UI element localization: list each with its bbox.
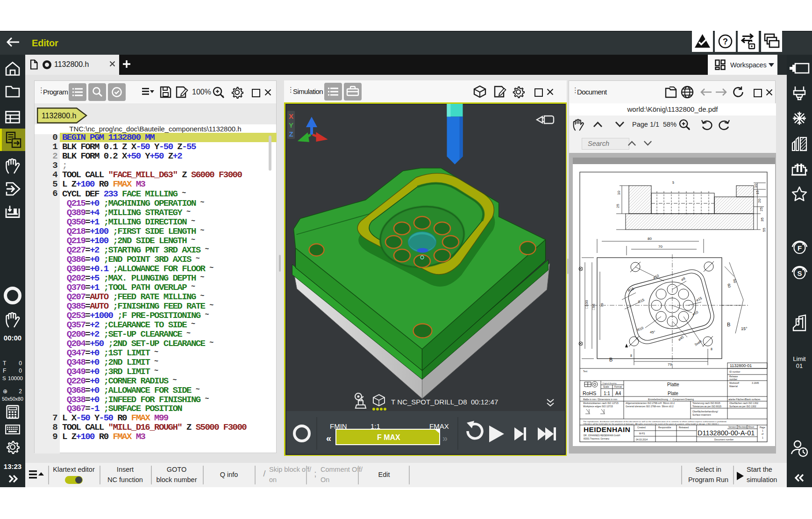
svg-text:R10: R10	[636, 326, 644, 332]
svg-text:S: S	[797, 269, 802, 277]
svg-text:10: 10	[754, 184, 758, 188]
svg-text:Surface treatment: Surface treatment	[692, 413, 711, 416]
svg-text:45°: 45°	[650, 330, 655, 334]
svg-text:M-FS: M-FS	[639, 432, 645, 435]
svg-text:T NC_SPOT_DRILL_D8 00:12:47: T NC_SPOT_DRILL_D8 00:12:47	[391, 398, 498, 406]
svg-text:3.1645: 3.1645	[752, 382, 759, 384]
svg-text:Offenders will be held liable: Offenders will be held liable for the pa…	[583, 423, 719, 425]
svg-text:Original drawing: Original drawing	[602, 382, 617, 384]
svg-text:8: 8	[630, 354, 632, 357]
svg-text:⌀8: ⌀8	[680, 276, 686, 282]
svg-text:⌀15: ⌀15	[695, 296, 702, 303]
svg-text:Revision: Revision	[738, 425, 747, 428]
svg-text:25: 25	[616, 204, 620, 208]
svg-text:Y: Y	[288, 121, 293, 129]
svg-text:Page: Page	[760, 426, 765, 429]
svg-text:Plate: Plate	[668, 391, 678, 396]
svg-text:F: F	[798, 244, 802, 252]
svg-text:Responsible: Responsible	[658, 426, 671, 429]
svg-text:Oberflächenbehandlung/: Oberflächenbehandlung/	[692, 410, 718, 413]
svg-text:D1132800-00-A-01: D1132800-00-A-01	[698, 429, 755, 437]
svg-text:?: ?	[723, 37, 728, 46]
svg-text:Created: Created	[637, 426, 646, 429]
svg-text:8: 8	[711, 347, 712, 351]
svg-text:70: 70	[658, 245, 662, 249]
svg-text:1: 1	[762, 436, 763, 439]
svg-text:60: 60	[727, 283, 732, 288]
svg-text:15°: 15°	[741, 326, 748, 331]
svg-text:1132800-01: 1132800-01	[730, 363, 752, 368]
svg-text:Oberflächen nach ISO 1302: Oberflächen nach ISO 1302	[729, 402, 758, 404]
svg-text:80: 80	[648, 237, 652, 241]
svg-text:Z: Z	[289, 130, 293, 138]
svg-text:●lanke Flächen/Blank surfaces: ●lanke Flächen/Blank surfaces	[728, 398, 761, 401]
svg-text:R15: R15	[637, 298, 645, 304]
svg-text:Scale: Scale	[603, 385, 609, 388]
svg-text:35: 35	[760, 217, 764, 222]
svg-text:HEIDENHAIN: HEIDENHAIN	[584, 425, 630, 433]
svg-text:Platte: Platte	[667, 382, 679, 387]
svg-text:X: X	[288, 112, 293, 120]
svg-text:1: 1	[762, 429, 763, 432]
svg-text:25: 25	[759, 207, 763, 211]
svg-text:A4: A4	[615, 391, 621, 396]
svg-text:B: B	[609, 357, 613, 362]
svg-text:Format: Format	[614, 385, 622, 388]
svg-text:Einzelteilzeichnung / Comp: Einzelteilzeichnung / Component Drawing	[648, 398, 694, 401]
svg-text:1132800.h: 1132800.h	[42, 112, 76, 120]
svg-text:Material: Material	[729, 385, 738, 388]
svg-text:Tolerierung nach ISO 8015: Tolerierung nach ISO 8015	[692, 402, 720, 404]
svg-text:□95: □95	[591, 303, 596, 310]
svg-text:5: 5	[672, 181, 674, 184]
svg-text:Text: Text	[583, 370, 588, 373]
svg-text:R15: R15	[627, 287, 634, 293]
svg-text:20: 20	[757, 199, 762, 203]
svg-text:3x⌀8: 3x⌀8	[694, 339, 703, 347]
svg-text:Workpiece edges ISO 13715: Workpiece edges ISO 13715	[583, 405, 613, 408]
svg-text:number: number	[729, 378, 737, 381]
svg-text:04.03.2014: 04.03.2014	[636, 438, 648, 441]
svg-text:83301 Traunreut, Germany: 83301 Traunreut, Germany	[584, 438, 610, 440]
svg-text:DR. JOHANNES HEIDENHAIN GmbH: DR. JOHANNES HEIDENHAIN GmbH	[584, 434, 620, 437]
svg-text:⌀10: ⌀10	[652, 274, 659, 280]
svg-text:Version: Version	[728, 425, 736, 428]
svg-text:Tolerances as per ISO 8015: Tolerances as per ISO 8015	[692, 405, 721, 408]
svg-text:F MAX: F MAX	[377, 433, 400, 441]
svg-text:RoHS: RoHS	[583, 390, 596, 396]
svg-text:50: 50	[732, 278, 737, 283]
svg-text:Released: Released	[679, 426, 689, 429]
svg-text:15: 15	[755, 190, 760, 195]
svg-text:⌀10: ⌀10	[691, 310, 698, 317]
svg-text:»: »	[442, 433, 448, 443]
svg-text:Surfaces as per ISO 1302: Surfaces as per ISO 1302	[729, 405, 756, 408]
svg-text:79: 79	[600, 303, 604, 307]
svg-text:ID number: ID number	[729, 370, 741, 373]
svg-text:«: «	[326, 433, 331, 443]
svg-text:Document number: Document number	[714, 438, 734, 441]
svg-text:Werkstoff: Werkstoff	[729, 382, 740, 384]
svg-text:General tolerances ISO 2768-mm: General tolerances ISO 2768-mm 56mm ±0.2	[626, 405, 674, 408]
svg-text:of: of	[762, 432, 764, 435]
svg-text:79: 79	[668, 362, 672, 367]
svg-text:55: 55	[762, 228, 766, 232]
svg-text:Sheet: Sheet	[748, 425, 755, 428]
svg-text:10: 10	[617, 191, 621, 195]
svg-text:B: B	[727, 322, 730, 327]
svg-text:Werkstückkanten nach ISO 13715: Werkstückkanten nach ISO 13715	[583, 402, 619, 404]
svg-text:Allgemeintoleranzen ISO 2768-m: Allgemeintoleranzen ISO 2768-mH 56mm ±0.…	[626, 402, 675, 404]
svg-text:Maße in mm / Dimensions in mm: Maße in mm / Dimensions in mm	[583, 398, 617, 401]
svg-text:1:1: 1:1	[604, 391, 610, 396]
svg-text:□100: □100	[584, 300, 589, 309]
